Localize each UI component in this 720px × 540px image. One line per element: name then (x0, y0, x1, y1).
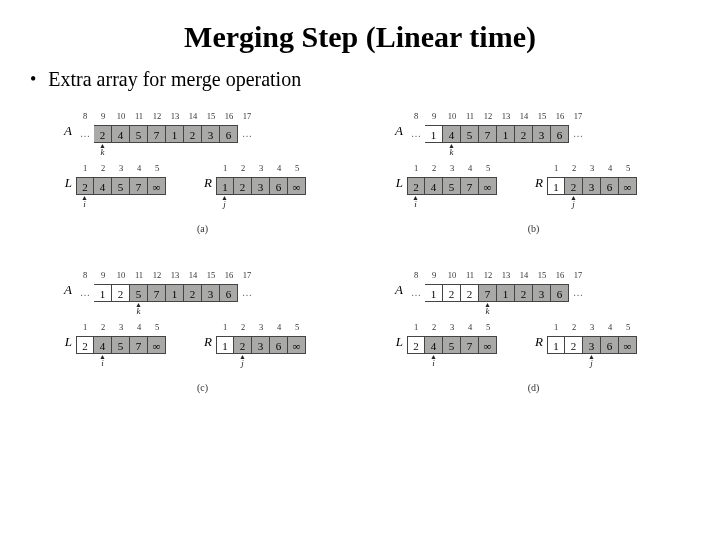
index-cell: 9 (94, 270, 112, 282)
array-cell: 3 (252, 336, 270, 354)
array-cell: 4 (94, 336, 112, 354)
index-cell: 13 (497, 111, 515, 123)
index-cell: 11 (461, 270, 479, 282)
ellipsis-cell: … (238, 125, 256, 143)
array-cell: 1 (547, 177, 565, 195)
array-cell: 1 (547, 336, 565, 354)
array-cell: 4 (94, 177, 112, 195)
array-cell: 4 (443, 125, 461, 143)
array-cell: 2 (234, 336, 252, 354)
array-cell: 1 (166, 125, 184, 143)
index-cell: 14 (184, 270, 202, 282)
pointer-row: ▲j (216, 354, 306, 368)
pointer-row: ▲k (407, 143, 680, 157)
array-L: 12345L2457∞▲i (387, 163, 497, 209)
array-cell: 2 (234, 177, 252, 195)
array-cell: 6 (270, 177, 288, 195)
array-label: A (56, 123, 72, 143)
index-cell: 14 (515, 111, 533, 123)
array-A: 891011121314151617A…12271236…▲k (387, 270, 680, 316)
lr-row: 12345L2457∞▲i12345R1236∞▲j (387, 163, 680, 215)
array-cell: 1 (497, 284, 515, 302)
bullet-item: • Extra array for merge operation (30, 68, 720, 91)
index-cell: 10 (443, 270, 461, 282)
index-cell: 14 (515, 270, 533, 282)
index-cell: 3 (583, 163, 601, 175)
array-label: R (527, 334, 543, 354)
index-cell: 16 (220, 270, 238, 282)
index-cell: 2 (94, 163, 112, 175)
index-cell: 8 (76, 111, 94, 123)
pointer-row: ▲k (407, 302, 680, 316)
array-cell: 2 (461, 284, 479, 302)
array-cell: 7 (479, 125, 497, 143)
array-label: R (196, 175, 212, 195)
array-cell: 7 (130, 177, 148, 195)
ellipsis-cell: … (76, 125, 94, 143)
bullet-text: Extra array for merge operation (48, 68, 301, 91)
index-row: 891011121314151617 (76, 111, 349, 123)
array-cell: 2 (565, 177, 583, 195)
index-cell: 1 (547, 322, 565, 334)
panel-caption: (c) (56, 382, 349, 393)
array-cell: 1 (425, 125, 443, 143)
panel-c: 891011121314151617A…12571236…▲k12345L245… (56, 270, 349, 393)
index-cell: 16 (551, 111, 569, 123)
array-row: R1236∞ (196, 334, 306, 354)
array-L: 12345L2457∞▲i (387, 322, 497, 368)
pointer-i: ▲i (99, 355, 106, 367)
array-cell: 6 (551, 125, 569, 143)
index-row: 12345 (216, 163, 306, 175)
index-cell: 5 (479, 322, 497, 334)
pointer-i: ▲i (81, 196, 88, 208)
array-cell: 5 (461, 125, 479, 143)
pointer-row: ▲j (216, 195, 306, 209)
panel-caption: (b) (387, 223, 680, 234)
ellipsis-cell: … (569, 125, 587, 143)
index-cell: 5 (619, 322, 637, 334)
array-R: 12345R1236∞▲j (527, 163, 637, 209)
index-cell: 2 (94, 322, 112, 334)
index-cell: 8 (407, 270, 425, 282)
array-cell: 4 (425, 336, 443, 354)
index-cell: 4 (461, 163, 479, 175)
index-cell: 16 (551, 270, 569, 282)
index-cell: 1 (216, 163, 234, 175)
array-cell: 2 (515, 284, 533, 302)
index-cell: 2 (234, 163, 252, 175)
array-R: 12345R1236∞▲j (196, 163, 306, 209)
array-cell: 3 (583, 177, 601, 195)
array-row: L2457∞ (56, 334, 166, 354)
array-cell: 3 (533, 125, 551, 143)
index-cell: 9 (425, 111, 443, 123)
array-cell: 5 (130, 284, 148, 302)
array-cell: 3 (583, 336, 601, 354)
panel-b: 891011121314151617A…14571236…▲k12345L245… (387, 111, 680, 234)
page-title: Merging Step (Linear time) (0, 20, 720, 54)
index-cell: 13 (166, 111, 184, 123)
array-R: 12345R1236∞▲j (196, 322, 306, 368)
index-row: 891011121314151617 (76, 270, 349, 282)
index-cell: 17 (569, 270, 587, 282)
array-label: A (387, 282, 403, 302)
panel-d: 891011121314151617A…12271236…▲k12345L245… (387, 270, 680, 393)
index-row: 12345 (216, 322, 306, 334)
index-cell: 3 (443, 322, 461, 334)
index-cell: 15 (533, 111, 551, 123)
array-cell: 7 (148, 125, 166, 143)
ellipsis-cell: … (569, 284, 587, 302)
array-cell: ∞ (148, 177, 166, 195)
index-cell: 11 (130, 270, 148, 282)
array-label: L (56, 334, 72, 354)
ellipsis-cell: … (238, 284, 256, 302)
array-cell: ∞ (288, 177, 306, 195)
index-cell: 8 (76, 270, 94, 282)
array-cell: 1 (94, 284, 112, 302)
array-A: 891011121314151617A…24571236…▲k (56, 111, 349, 157)
index-cell: 10 (112, 270, 130, 282)
array-label: L (56, 175, 72, 195)
index-cell: 4 (601, 163, 619, 175)
index-cell: 12 (479, 111, 497, 123)
pointer-i: ▲i (412, 196, 419, 208)
index-cell: 3 (252, 163, 270, 175)
